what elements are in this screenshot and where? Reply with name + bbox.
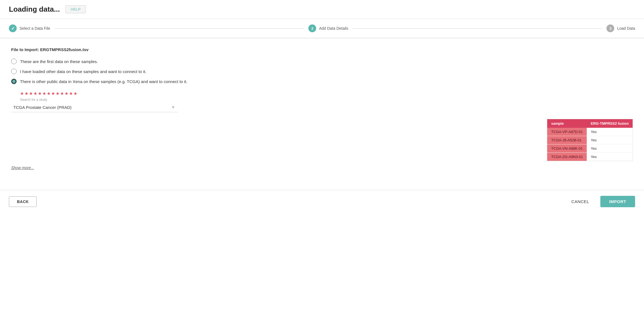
stars-row: ★★★★★★★★★★★★★ — [20, 91, 633, 96]
step-line-1 — [55, 28, 304, 29]
table-row: TCGA-VN-A88K-01Yes — [547, 144, 633, 153]
footer-right: CANCEL IMPORT — [565, 196, 635, 207]
radio-label-public-data: There is other public data in Xena on th… — [20, 79, 187, 84]
show-more-link[interactable]: Show more... — [11, 166, 34, 170]
step-circle-1: ✓ — [9, 24, 17, 32]
search-input-row: × — [11, 103, 178, 112]
search-label: Search for a study — [20, 98, 633, 102]
step-number-2: 2 — [311, 26, 313, 31]
table-header-fusion: ERG-TMPRSS2 fusion — [587, 119, 633, 128]
radio-label-other-data: I have loaded other data on these sample… — [20, 69, 146, 74]
step-load-data: 3 Load Data — [606, 24, 635, 32]
data-preview-table: sample ERG-TMPRSS2 fusion TCGA-VP-A87D-0… — [547, 119, 633, 161]
step-number-3: 3 — [610, 26, 611, 31]
radio-public-data[interactable] — [11, 79, 17, 84]
stars-indicator: ★★★★★★★★★★★★★ — [20, 91, 78, 96]
search-input[interactable] — [13, 105, 170, 110]
help-button[interactable]: HELP — [65, 5, 86, 13]
clear-search-button[interactable]: × — [170, 104, 176, 110]
table-cell-value: Yes — [587, 144, 633, 153]
step-circle-3: 3 — [606, 24, 614, 32]
step-label-3: Load Data — [617, 26, 635, 31]
page-wrapper: Loading data... HELP ✓ Select a Data Fil… — [0, 0, 644, 320]
step-select-file: ✓ Select a Data File — [9, 24, 50, 32]
footer: BACK CANCEL IMPORT — [0, 190, 644, 213]
table-cell-sample: TCGA-J9-A52B-01 — [547, 136, 587, 144]
table-row: TCGA-J9-A52B-01Yes — [547, 136, 633, 144]
table-cell-value: Yes — [587, 128, 633, 136]
table-cell-sample: TCGA-ZG-A9N3-01 — [547, 153, 587, 161]
table-row: TCGA-ZG-A9N3-01Yes — [547, 153, 633, 161]
table-cell-value: Yes — [587, 136, 633, 144]
step-label-1: Select a Data File — [19, 26, 50, 31]
cancel-button[interactable]: CANCEL — [565, 196, 596, 207]
radio-label-first-data: These are the first data on these sample… — [20, 59, 98, 64]
stepper: ✓ Select a Data File 2 Add Data Details … — [0, 19, 644, 38]
radio-option-public-data[interactable]: There is other public data in Xena on th… — [11, 79, 633, 84]
file-import-label: File to Import: ERGTMPRSS2fusion.tsv — [11, 47, 633, 52]
header: Loading data... HELP — [0, 0, 644, 19]
table-row: TCGA-VP-A87D-01Yes — [547, 128, 633, 136]
radio-other-data[interactable] — [11, 69, 17, 74]
table-cell-sample: TCGA-VP-A87D-01 — [547, 128, 587, 136]
step-add-details: 2 Add Data Details — [308, 24, 348, 32]
table-cell-sample: TCGA-VN-A88K-01 — [547, 144, 587, 153]
step-circle-2: 2 — [308, 24, 316, 32]
radio-group: These are the first data on these sample… — [11, 59, 633, 84]
radio-option-first-data[interactable]: These are the first data on these sample… — [11, 59, 633, 64]
checkmark-icon: ✓ — [11, 26, 15, 31]
radio-option-other-data[interactable]: I have loaded other data on these sample… — [11, 69, 633, 74]
radio-first-data[interactable] — [11, 59, 17, 64]
step-line-2 — [353, 28, 602, 29]
page-title: Loading data... — [9, 5, 60, 14]
table-preview-wrapper: sample ERG-TMPRSS2 fusion TCGA-VP-A87D-0… — [11, 119, 633, 161]
table-cell-value: Yes — [587, 153, 633, 161]
main-content: File to Import: ERGTMPRSS2fusion.tsv The… — [0, 38, 644, 179]
back-button[interactable]: BACK — [9, 196, 37, 207]
import-button[interactable]: IMPORT — [600, 196, 635, 207]
step-label-2: Add Data Details — [319, 26, 348, 31]
table-header-sample: sample — [547, 119, 587, 128]
